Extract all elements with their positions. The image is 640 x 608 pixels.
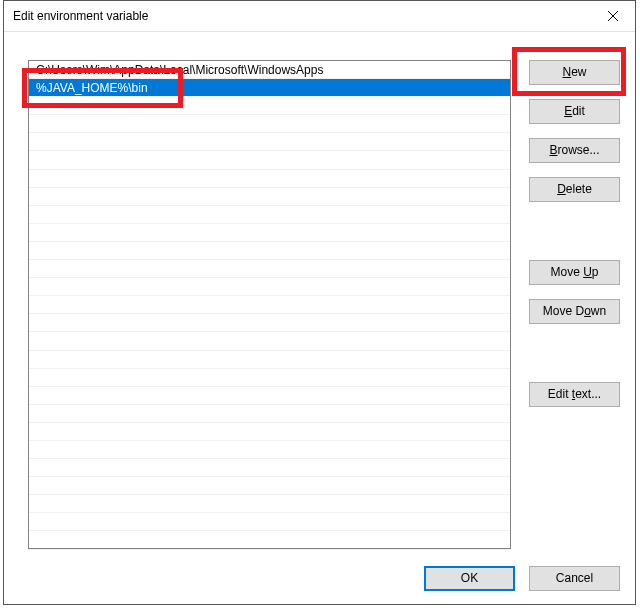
- list-row[interactable]: [29, 531, 510, 549]
- list-row[interactable]: [29, 441, 510, 459]
- move-up-button[interactable]: Move Up: [529, 260, 620, 285]
- list-row[interactable]: C:\Users\Wim\AppData\Local\Microsoft\Win…: [29, 61, 510, 79]
- list-row[interactable]: [29, 369, 510, 387]
- list-row[interactable]: [29, 133, 510, 151]
- side-buttons: New Edit Browse... Delete Move Up Move D…: [529, 60, 620, 407]
- list-row[interactable]: [29, 224, 510, 242]
- close-button[interactable]: [590, 2, 635, 31]
- list-row[interactable]: [29, 242, 510, 260]
- list-row[interactable]: [29, 188, 510, 206]
- list-row[interactable]: [29, 170, 510, 188]
- new-button[interactable]: New: [529, 60, 620, 85]
- list-row[interactable]: [29, 513, 510, 531]
- list-row[interactable]: [29, 459, 510, 477]
- list-row[interactable]: [29, 477, 510, 495]
- edit-environment-variable-dialog: Edit environment variable C:\Users\Wim\A…: [3, 0, 636, 605]
- bottom-buttons: OK Cancel: [424, 566, 620, 591]
- dialog-title: Edit environment variable: [13, 9, 148, 23]
- move-down-button[interactable]: Move Down: [529, 299, 620, 324]
- edit-text-button[interactable]: Edit text...: [529, 382, 620, 407]
- list-row[interactable]: [29, 206, 510, 224]
- list-row[interactable]: [29, 387, 510, 405]
- content-area: C:\Users\Wim\AppData\Local\Microsoft\Win…: [4, 32, 635, 604]
- list-row[interactable]: [29, 115, 510, 133]
- close-icon: [608, 11, 618, 21]
- browse-button[interactable]: Browse...: [529, 138, 620, 163]
- titlebar: Edit environment variable: [4, 1, 635, 32]
- list-row[interactable]: [29, 151, 510, 169]
- edit-button[interactable]: Edit: [529, 99, 620, 124]
- list-row[interactable]: [29, 314, 510, 332]
- list-row[interactable]: [29, 495, 510, 513]
- list-row[interactable]: [29, 296, 510, 314]
- list-row[interactable]: [29, 405, 510, 423]
- ok-button[interactable]: OK: [424, 566, 515, 591]
- list-row[interactable]: [29, 97, 510, 115]
- delete-button[interactable]: Delete: [529, 177, 620, 202]
- list-row[interactable]: %JAVA_HOME%\bin: [29, 79, 510, 97]
- list-row[interactable]: [29, 423, 510, 441]
- cancel-button[interactable]: Cancel: [529, 566, 620, 591]
- list-row[interactable]: [29, 332, 510, 350]
- list-row[interactable]: [29, 351, 510, 369]
- path-listbox[interactable]: C:\Users\Wim\AppData\Local\Microsoft\Win…: [28, 60, 511, 549]
- list-row[interactable]: [29, 278, 510, 296]
- list-row[interactable]: [29, 260, 510, 278]
